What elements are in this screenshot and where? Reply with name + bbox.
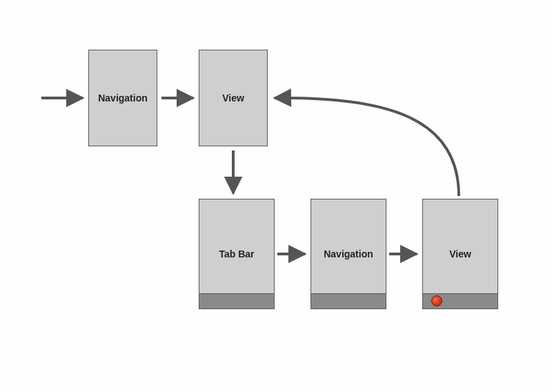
node-label: View <box>222 92 244 104</box>
node-tab-bar: Tab Bar <box>199 199 275 309</box>
node-view-2: View <box>422 199 498 309</box>
node-label: Navigation <box>324 248 373 259</box>
arrow-view2-view1 <box>275 98 459 196</box>
diagram-canvas: Navigation View Tab Bar Navigation View <box>0 0 552 392</box>
node-label: Navigation <box>98 92 148 104</box>
node-navigation-2: Navigation <box>310 199 386 309</box>
arrows-layer <box>0 0 552 392</box>
node-label: View <box>449 248 471 259</box>
tab-bar-strip <box>199 293 274 308</box>
node-navigation-1: Navigation <box>88 50 157 146</box>
node-label: Tab Bar <box>219 248 254 259</box>
tab-bar-strip <box>423 293 497 308</box>
node-view-1: View <box>199 50 268 146</box>
tab-bar-strip <box>311 293 386 308</box>
indicator-dot-icon <box>431 295 442 306</box>
